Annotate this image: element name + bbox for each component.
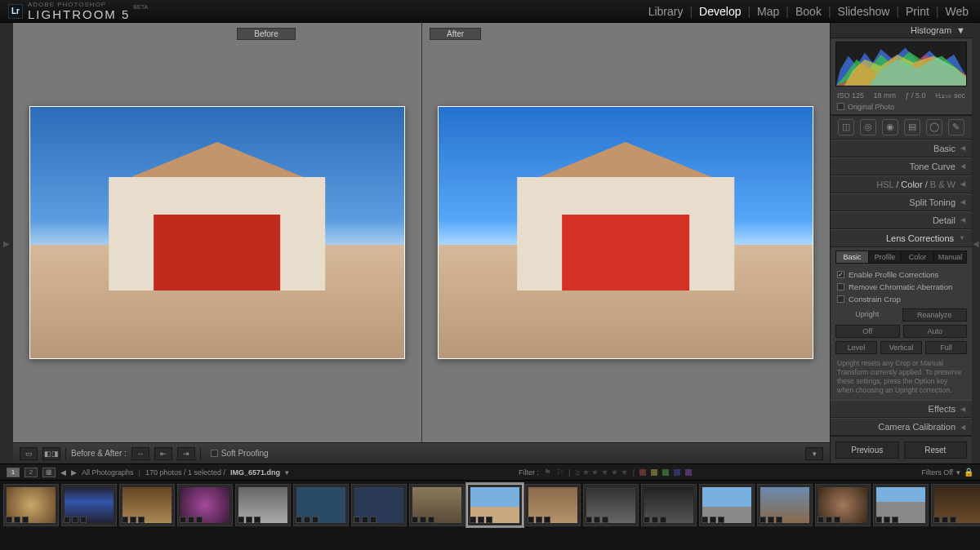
nav-fwd-icon[interactable]: ▶ xyxy=(71,468,77,477)
reset-button[interactable]: Reset xyxy=(904,441,968,459)
original-photo-toggle[interactable]: Original Photo xyxy=(831,101,972,115)
panel-effects[interactable]: Effects◀ xyxy=(831,400,972,418)
thumbnail[interactable] xyxy=(119,484,175,526)
thumbnail[interactable] xyxy=(757,484,813,526)
brand-product: LIGHTROOM 5 xyxy=(28,8,130,20)
panel-detail[interactable]: Detail◀ xyxy=(831,211,972,229)
lens-tab-color[interactable]: Color xyxy=(902,251,934,263)
gradient-tool[interactable]: ▤ xyxy=(904,119,920,135)
thumbnail[interactable] xyxy=(641,484,697,526)
upright-vertical[interactable]: Vertical xyxy=(880,341,922,354)
compare-view-button[interactable]: ◧◨ xyxy=(42,447,60,460)
module-web[interactable]: Web xyxy=(942,5,972,18)
flag-reject-icon[interactable]: ⚐ xyxy=(556,468,564,477)
histogram-header[interactable]: Histogram▼ xyxy=(831,23,972,38)
left-panel-handle[interactable]: ▶ xyxy=(0,23,13,464)
label-green[interactable] xyxy=(662,469,669,476)
right-panel-handle[interactable]: ◀ xyxy=(972,23,980,464)
develop-right-panel: Histogram▼ ISO 12518 mmƒ / 5.0¹⁄₁₂₅₀ sec… xyxy=(830,23,972,464)
flag-pick-icon[interactable]: ⚑ xyxy=(544,468,551,477)
brush-tool[interactable]: ✎ xyxy=(948,119,964,135)
lens-subtabs: BasicProfileColorManual xyxy=(835,251,967,264)
panel-basic[interactable]: Basic◀ xyxy=(831,140,972,157)
copy-before-button[interactable]: ⇤ xyxy=(154,447,172,460)
second-window-button[interactable]: 2 xyxy=(24,468,38,477)
before-image[interactable] xyxy=(13,23,422,442)
thumbnail[interactable] xyxy=(409,484,465,526)
thumbnail[interactable] xyxy=(699,484,755,526)
nav-back-icon[interactable]: ◀ xyxy=(60,468,66,477)
filmstrip-toolbar: 1 2 ▦ ◀ ▶ All Photographs | 170 photos /… xyxy=(0,464,980,480)
grid-button[interactable]: ▦ xyxy=(42,468,56,477)
after-image[interactable] xyxy=(422,23,831,442)
soft-proofing-toggle[interactable]: Soft Proofing xyxy=(211,449,269,458)
copy-after-button[interactable]: ⇥ xyxy=(177,447,195,460)
filters-menu-icon[interactable]: ▾ xyxy=(956,468,960,477)
enable-profile-check[interactable]: Enable Profile Corrections xyxy=(835,268,967,281)
label-yellow[interactable] xyxy=(651,469,657,476)
panel-lens-corrections[interactable]: Lens Corrections▼ xyxy=(831,229,972,247)
thumbnail[interactable] xyxy=(931,484,980,526)
thumbnail[interactable] xyxy=(235,484,291,526)
module-develop[interactable]: Develop xyxy=(696,5,744,18)
rating-filter[interactable]: ≥ ★ ★ ★ ★ ★ xyxy=(575,468,627,477)
thumbnail[interactable] xyxy=(873,484,929,526)
lens-tab-basic[interactable]: Basic xyxy=(836,251,869,263)
module-map[interactable]: Map xyxy=(754,5,782,18)
before-after-label: Before & After : xyxy=(71,449,127,458)
app-logo: Lr xyxy=(8,4,23,19)
constrain-crop-check[interactable]: Constrain Crop xyxy=(835,293,967,305)
main-window-button[interactable]: 1 xyxy=(7,468,20,477)
crop-tool[interactable]: ◫ xyxy=(838,119,854,135)
module-print[interactable]: Print xyxy=(902,5,933,18)
brand-beta: BETA xyxy=(133,4,148,10)
reanalyze-button[interactable]: Reanalyze xyxy=(902,308,968,322)
thumbnail[interactable] xyxy=(351,484,407,526)
radial-tool[interactable]: ◯ xyxy=(926,119,942,135)
thumbnail[interactable] xyxy=(3,484,59,526)
label-red[interactable] xyxy=(639,469,646,476)
thumbnail[interactable] xyxy=(525,484,581,526)
label-blue[interactable] xyxy=(674,469,680,476)
view-toolbar: ▭ ◧◨ Before & After : ↔ ⇤ ⇥ Soft Proofin… xyxy=(13,442,830,464)
filters-off-label[interactable]: Filters Off xyxy=(921,468,953,477)
source-label[interactable]: All Photographs xyxy=(82,468,134,477)
upright-label: Upright xyxy=(835,308,899,322)
lens-tab-manual[interactable]: Manual xyxy=(934,251,966,263)
filename-menu-icon[interactable]: ▾ xyxy=(285,468,289,477)
app-header: Lr ADOBE PHOTOSHOP LIGHTROOM 5 BETA Libr… xyxy=(0,0,980,23)
panel-split-toning[interactable]: Split Toning◀ xyxy=(831,193,972,211)
exif-row: ISO 12518 mmƒ / 5.0¹⁄₁₂₅₀ sec xyxy=(831,90,972,101)
module-book[interactable]: Book xyxy=(792,5,825,18)
filter-lock-icon[interactable]: 🔒 xyxy=(964,468,973,477)
swap-button[interactable]: ↔ xyxy=(131,447,149,460)
thumbnail[interactable] xyxy=(467,484,523,526)
loupe-view-button[interactable]: ▭ xyxy=(20,447,38,460)
redeye-tool[interactable]: ◉ xyxy=(882,119,898,135)
spot-tool[interactable]: ◎ xyxy=(860,119,876,135)
tool-strip: ◫ ◎ ◉ ▤ ◯ ✎ xyxy=(831,115,972,140)
module-slideshow[interactable]: Slideshow xyxy=(835,5,893,18)
filmstrip[interactable] xyxy=(0,480,980,529)
upright-full[interactable]: Full xyxy=(925,341,967,354)
histogram[interactable] xyxy=(835,42,967,86)
panel-hsl[interactable]: HSL / Color / B & W◀ xyxy=(831,175,972,193)
module-library[interactable]: Library xyxy=(645,5,687,18)
thumbnail[interactable] xyxy=(293,484,349,526)
module-picker: Library|Develop|Map|Book|Slideshow|Print… xyxy=(645,5,972,18)
thumbnail[interactable] xyxy=(61,484,117,526)
lens-tab-profile[interactable]: Profile xyxy=(869,251,902,263)
toolbar-menu-button[interactable]: ▾ xyxy=(805,447,823,460)
panel-camera-calibration[interactable]: Camera Calibration◀ xyxy=(831,418,972,436)
previous-button[interactable]: Previous xyxy=(835,441,899,459)
remove-ca-check[interactable]: Remove Chromatic Aberration xyxy=(835,281,967,293)
label-purple[interactable] xyxy=(685,469,692,476)
upright-off[interactable]: Off xyxy=(835,325,900,338)
upright-auto[interactable]: Auto xyxy=(903,325,968,338)
thumbnail[interactable] xyxy=(815,484,871,526)
thumbnail[interactable] xyxy=(177,484,233,526)
upright-level[interactable]: Level xyxy=(835,341,877,354)
thumbnail[interactable] xyxy=(583,484,639,526)
panel-tone-curve[interactable]: Tone Curve◀ xyxy=(831,157,972,175)
count-label: 170 photos / 1 selected / xyxy=(145,468,225,477)
